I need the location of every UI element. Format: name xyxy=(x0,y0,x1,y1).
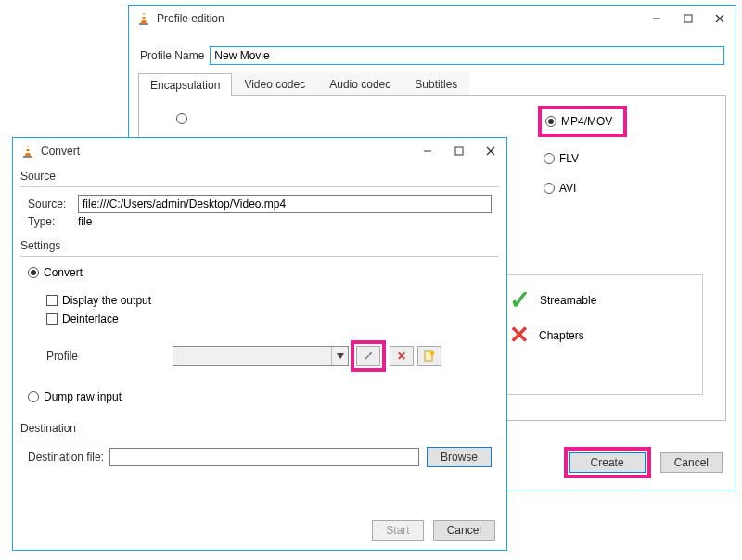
browse-button[interactable]: Browse xyxy=(427,447,492,467)
settings-group: Convert Display the output Deinterlace P… xyxy=(20,256,499,416)
tab-video-codec[interactable]: Video codec xyxy=(232,72,317,95)
minimize-button[interactable] xyxy=(641,6,672,32)
maximize-button[interactable] xyxy=(672,6,704,32)
tab-encapsulation[interactable]: Encapsulation xyxy=(138,73,232,96)
radio-mp4[interactable]: MP4/MOV xyxy=(544,113,621,130)
check-display-output[interactable]: Display the output xyxy=(46,294,151,307)
profile-name-label: Profile Name xyxy=(140,49,204,62)
titlebar-convert: Convert xyxy=(13,138,506,164)
cancel-button-profile[interactable]: Cancel xyxy=(660,452,723,473)
wrench-icon xyxy=(362,350,375,363)
create-button[interactable]: Create xyxy=(569,452,646,473)
radio-convert[interactable]: Convert xyxy=(28,266,83,279)
feature-streamable: Streamable xyxy=(540,294,596,307)
profile-label: Profile xyxy=(46,350,167,363)
x-icon: ✕ xyxy=(509,321,530,350)
tab-audio-codec[interactable]: Audio codec xyxy=(317,72,403,95)
deinterlace-label: Deinterlace xyxy=(62,312,119,325)
svg-rect-11 xyxy=(23,156,32,158)
radio-flv[interactable]: FLV xyxy=(544,152,579,165)
chevron-down-icon xyxy=(331,347,348,365)
window-title: Profile edition xyxy=(157,12,641,25)
convert-window: Convert Source Source: Type: file Settin… xyxy=(12,137,507,551)
feature-chapters: Chapters xyxy=(539,329,584,342)
svg-rect-10 xyxy=(25,151,30,153)
svg-rect-2 xyxy=(141,19,146,20)
type-value: file xyxy=(78,215,92,228)
source-input[interactable] xyxy=(78,195,492,213)
svg-rect-1 xyxy=(142,15,146,17)
close-button[interactable] xyxy=(475,138,506,164)
radio-mp4-label: MP4/MOV xyxy=(561,115,612,128)
source-group: Source: Type: file xyxy=(20,186,499,234)
highlight-create-button: Create xyxy=(564,447,651,478)
radio-flv-label: FLV xyxy=(559,152,579,165)
svg-marker-0 xyxy=(141,12,147,23)
destination-file-label: Destination file: xyxy=(28,451,104,464)
check-icon: ✓ xyxy=(509,285,531,315)
destination-group-label: Destination xyxy=(20,422,506,435)
check-deinterlace[interactable]: Deinterlace xyxy=(46,312,119,325)
svg-point-18 xyxy=(430,351,434,355)
destination-group: Destination file: Browse xyxy=(20,439,499,473)
svg-rect-13 xyxy=(455,147,463,155)
radio-dump-raw[interactable]: Dump raw input xyxy=(28,390,122,403)
display-output-label: Display the output xyxy=(62,294,151,307)
type-label: Type: xyxy=(28,215,72,228)
titlebar: Profile edition xyxy=(129,6,736,32)
profile-name-input[interactable] xyxy=(210,46,724,65)
svg-rect-5 xyxy=(684,15,692,22)
new-profile-button[interactable] xyxy=(417,346,441,366)
source-group-label: Source xyxy=(20,170,506,183)
radio-avi[interactable]: AVI xyxy=(544,182,576,195)
vlc-icon xyxy=(20,144,35,159)
settings-group-label: Settings xyxy=(20,239,506,252)
tabs: Encapsulation Video codec Audio codec Su… xyxy=(138,72,726,96)
close-button[interactable] xyxy=(704,6,736,32)
delete-profile-button[interactable]: ✕ xyxy=(390,346,414,366)
new-doc-icon xyxy=(423,350,436,363)
radio-convert-label: Convert xyxy=(44,266,83,279)
start-button[interactable]: Start xyxy=(372,520,423,541)
convert-window-title: Convert xyxy=(41,145,412,158)
destination-file-input[interactable] xyxy=(109,448,419,466)
cancel-button-convert[interactable]: Cancel xyxy=(433,520,495,541)
features-box: ✓ Streamable ✕ Chapters xyxy=(501,274,703,395)
svg-rect-3 xyxy=(139,23,148,25)
minimize-button[interactable] xyxy=(412,138,443,164)
dump-raw-label: Dump raw input xyxy=(44,390,122,403)
maximize-button[interactable] xyxy=(443,138,475,164)
radio-avi-label: AVI xyxy=(559,182,576,195)
highlight-mp4-option: MP4/MOV xyxy=(538,106,627,137)
edit-profile-button[interactable] xyxy=(356,346,380,366)
svg-marker-16 xyxy=(337,353,344,359)
x-icon: ✕ xyxy=(397,350,406,363)
svg-marker-8 xyxy=(25,145,31,156)
highlight-edit-profile xyxy=(351,340,386,372)
profile-combo[interactable] xyxy=(173,346,349,366)
tab-subtitles[interactable]: Subtitles xyxy=(403,72,469,95)
svg-rect-9 xyxy=(26,147,30,149)
vlc-icon xyxy=(136,11,151,26)
source-label: Source: xyxy=(28,197,72,210)
